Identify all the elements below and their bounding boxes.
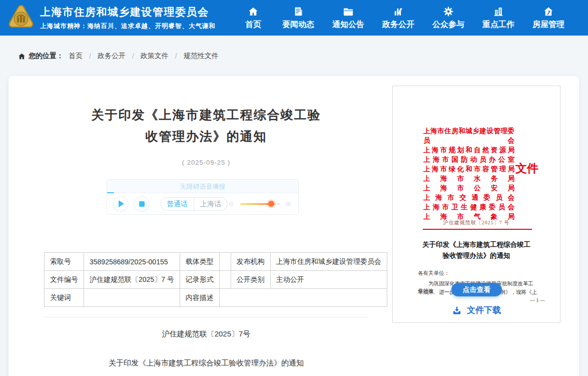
content-divider [43,317,369,317]
publish-date: ( 2025-09-25 ) [44,159,369,166]
document-number-text: 沪住建规范联〔2025〕7号 [44,329,369,339]
table-row: 关键词 内容描述 [45,289,387,307]
nav-item-open-gov[interactable]: 政务公开 [373,0,423,36]
meta-label: 发布机构 [231,253,270,271]
home-icon [248,6,259,17]
download-label: 文件下载 [467,304,501,316]
red-rule [423,229,532,230]
agency-line: 上海市卫生健康委员会 [423,202,514,212]
article-title-line2: 收管理办法》的通知 [44,126,369,147]
audio-controls: 普通话 上海话 [107,193,298,214]
agency-line: 上海市绿化和市容管理局 [423,164,514,174]
volume-fill [240,203,271,205]
play-button[interactable] [113,196,128,211]
audio-banner: 无障碍语音播报 [107,180,298,193]
language-option-mandarin[interactable]: 普通话 [161,198,194,210]
nav-item-notices[interactable]: 通知公告 [323,0,373,36]
nav-item-housing[interactable]: 房屋管理 [523,0,573,36]
preview-title-line1: 关于印发《上海市建筑工程综合竣工 [393,239,560,250]
nav-item-participation[interactable]: 公众参与 [423,0,473,36]
gear-icon [443,6,454,17]
meta-value: 上海市住房和城乡建设管理委员会 [270,253,387,271]
main-nav: 首页 要闻动态 通知公告 政务公开 [233,0,573,36]
meta-value [84,289,180,307]
audio-reader-widget: 无障碍语音播报 普通话 上海话 [107,179,299,215]
breadcrumb-separator: / [175,52,177,60]
table-row: 文件编号 沪住建规范联〔2025〕7 号 记录形式 公开类别 主动公开 [45,271,387,289]
preview-salutation: 各有关单位： [418,270,449,277]
breadcrumb-item-policy-files[interactable]: 政策文件 [141,52,169,61]
language-option-shanghainese[interactable]: 上海话 [194,198,227,210]
metadata-table: 索取号 3589258689/2025-00155 载体类型 发布机构 上海市住… [44,252,387,307]
meta-value: 主动公开 [270,271,387,289]
meta-value: 沪住建规范联〔2025〕7 号 [84,271,180,289]
meta-value [219,271,231,289]
preview-doc-title: 关于印发《上海市建筑工程综合竣工 验收管理办法》的通知 [393,239,560,261]
language-toggle: 普通话 上海话 [160,197,228,211]
meta-label: 载体类型 [180,253,219,271]
volume-low-icon [228,200,236,208]
meta-label: 内容描述 [180,289,219,307]
article-card: 关于印发《上海市建筑工程综合竣工验 收管理办法》的通知 ( 2025-09-25… [9,76,579,376]
preview-doc-number: 沪住建规范联〔2025〕7 号 [393,219,560,226]
preview-title-line2: 验收管理办法》的通知 [393,250,560,261]
volume-slider[interactable] [240,203,280,205]
meta-value [219,289,387,307]
audio-banner-accent [107,192,114,193]
nav-item-news[interactable]: 要闻动态 [273,0,323,36]
agency-line: 上海市水务局 [423,174,514,183]
folder-icon [343,6,354,17]
meta-label: 索取号 [45,253,84,271]
breadcrumb-item-normative-files[interactable]: 规范性文件 [184,52,219,61]
view-document-button[interactable]: 点击查看 [451,283,502,296]
meta-label: 公开类别 [231,271,270,289]
breadcrumb-label: 您的位置： [29,52,64,61]
news-icon [293,6,304,17]
document-title-text: 关于印发《上海市建筑工程综合竣工验收管理办法》的通知 [44,358,369,368]
house-tools-icon [543,6,554,17]
nav-item-home[interactable]: 首页 [233,0,273,36]
meta-value: 3589258689/2025-00155 [84,253,180,271]
breadcrumb-separator: / [89,52,91,60]
stop-button[interactable] [134,196,149,211]
meta-label: 文件编号 [45,271,84,289]
site-header: 上海市住房和城乡建设管理委员会 上海城市精神：海纳百川、追求卓越、开明睿智、大气… [0,0,588,36]
breadcrumb-home-icon [18,53,26,60]
audio-banner-label: 无障碍语音播报 [180,183,226,190]
agency-line: 上海市国防动员办公室 [423,155,514,164]
site-logo-icon [8,3,35,33]
download-link[interactable]: 文件下载 [393,304,560,316]
meta-label: 记录形式 [180,271,219,289]
breadcrumb-item-open-gov[interactable]: 政务公开 [98,52,126,61]
volume-knob[interactable] [268,201,274,207]
building-icon [493,6,504,17]
meta-label: 关键词 [45,289,84,307]
preview-page-number: — 1 — [530,297,545,303]
agency-line: 上海市公安局 [423,183,514,193]
volume-control [228,200,292,208]
site-title: 上海市住房和城乡建设管理委员会 [40,5,209,19]
bar-chart-icon [393,6,404,17]
table-row: 索取号 3589258689/2025-00155 载体类型 发布机构 上海市住… [45,253,387,271]
breadcrumb-item-home[interactable]: 首页 [69,52,83,61]
breadcrumb: 您的位置： 首页 / 政务公开 / 政策文件 / 规范性文件 [18,52,219,61]
site-subtitle: 上海城市精神：海纳百川、追求卓越、开明睿智、大气谦和 [40,22,216,31]
article-title-line1: 关于印发《上海市建筑工程综合竣工验 [44,104,369,126]
agency-line: 上海市交通委员会 [423,193,514,202]
issuing-agencies: 上海市住房和城乡建设管理委员会 上海市规划和自然资源局 上海市国防动员办公室 上… [423,126,514,221]
document-preview: 上海市住房和城乡建设管理委员会 上海市规划和自然资源局 上海市国防动员办公室 上… [392,86,560,323]
meta-value [219,253,231,271]
document-type-label: 文件 [515,161,538,176]
article-title: 关于印发《上海市建筑工程综合竣工验 收管理办法》的通知 [44,104,369,147]
volume-high-icon [285,200,292,208]
breadcrumb-separator: / [132,52,134,60]
agency-line: 上海市住房和城乡建设管理委员会 [423,126,514,145]
play-icon [119,200,124,207]
stop-icon [139,201,145,207]
download-icon [452,305,462,315]
nav-item-key-work[interactable]: 重点工作 [473,0,523,36]
agency-line: 上海市规划和自然资源局 [423,145,514,155]
